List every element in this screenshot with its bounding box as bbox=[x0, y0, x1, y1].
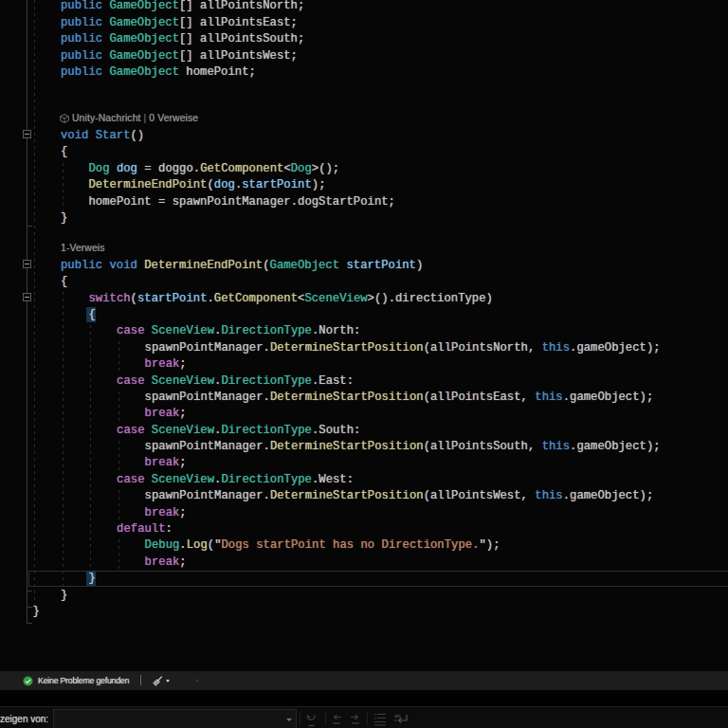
svg-text:ab: ab bbox=[394, 713, 401, 719]
